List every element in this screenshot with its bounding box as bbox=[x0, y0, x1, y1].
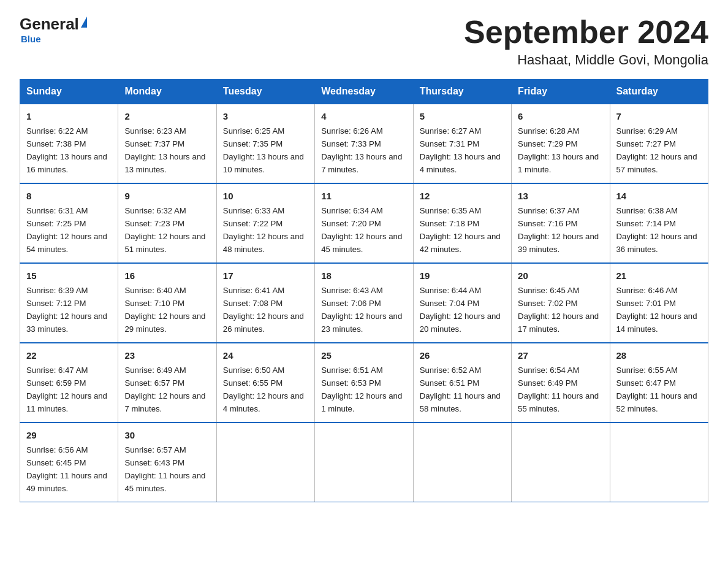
day-info: Sunrise: 6:55 AMSunset: 6:47 PMDaylight:… bbox=[616, 366, 697, 413]
day-info: Sunrise: 6:34 AMSunset: 7:20 PMDaylight:… bbox=[321, 206, 402, 254]
day-info: Sunrise: 6:28 AMSunset: 7:29 PMDaylight:… bbox=[518, 126, 599, 174]
day-cell-11: 11 Sunrise: 6:34 AMSunset: 7:20 PMDaylig… bbox=[315, 183, 413, 263]
empty-cell bbox=[216, 423, 314, 502]
day-cell-21: 21 Sunrise: 6:46 AMSunset: 7:01 PMDaylig… bbox=[610, 263, 708, 343]
day-cell-29: 29 Sunrise: 6:56 AMSunset: 6:45 PMDaylig… bbox=[20, 423, 118, 502]
day-cell-16: 16 Sunrise: 6:40 AMSunset: 7:10 PMDaylig… bbox=[118, 263, 216, 343]
day-cell-13: 13 Sunrise: 6:37 AMSunset: 7:16 PMDaylig… bbox=[512, 183, 610, 263]
day-cell-24: 24 Sunrise: 6:50 AMSunset: 6:55 PMDaylig… bbox=[216, 343, 314, 423]
day-cell-30: 30 Sunrise: 6:57 AMSunset: 6:43 PMDaylig… bbox=[118, 423, 216, 502]
day-number: 27 bbox=[518, 348, 603, 362]
logo-general: General bbox=[20, 15, 79, 34]
day-cell-20: 20 Sunrise: 6:45 AMSunset: 7:02 PMDaylig… bbox=[512, 263, 610, 343]
day-number: 10 bbox=[223, 189, 308, 203]
day-cell-7: 7 Sunrise: 6:29 AMSunset: 7:27 PMDayligh… bbox=[610, 104, 708, 183]
day-cell-23: 23 Sunrise: 6:49 AMSunset: 6:57 PMDaylig… bbox=[118, 343, 216, 423]
day-cell-27: 27 Sunrise: 6:54 AMSunset: 6:49 PMDaylig… bbox=[512, 343, 610, 423]
day-info: Sunrise: 6:23 AMSunset: 7:37 PMDaylight:… bbox=[124, 126, 205, 174]
week-row-5: 29 Sunrise: 6:56 AMSunset: 6:45 PMDaylig… bbox=[20, 423, 708, 502]
day-cell-2: 2 Sunrise: 6:23 AMSunset: 7:37 PMDayligh… bbox=[118, 104, 216, 183]
day-info: Sunrise: 6:47 AMSunset: 6:59 PMDaylight:… bbox=[26, 366, 107, 413]
day-info: Sunrise: 6:49 AMSunset: 6:57 PMDaylight:… bbox=[124, 366, 205, 413]
day-cell-25: 25 Sunrise: 6:51 AMSunset: 6:53 PMDaylig… bbox=[315, 343, 413, 423]
day-number: 19 bbox=[420, 269, 505, 283]
day-cell-28: 28 Sunrise: 6:55 AMSunset: 6:47 PMDaylig… bbox=[610, 343, 708, 423]
calendar-table: Sunday Monday Tuesday Wednesday Thursday… bbox=[20, 79, 708, 502]
day-cell-8: 8 Sunrise: 6:31 AMSunset: 7:25 PMDayligh… bbox=[20, 183, 118, 263]
day-cell-17: 17 Sunrise: 6:41 AMSunset: 7:08 PMDaylig… bbox=[216, 263, 314, 343]
day-number: 5 bbox=[420, 109, 505, 123]
day-number: 16 bbox=[124, 269, 210, 283]
day-number: 13 bbox=[518, 189, 603, 203]
day-info: Sunrise: 6:46 AMSunset: 7:01 PMDaylight:… bbox=[616, 286, 697, 334]
day-number: 15 bbox=[26, 269, 112, 283]
col-wednesday: Wednesday bbox=[315, 80, 413, 104]
day-info: Sunrise: 6:44 AMSunset: 7:04 PMDaylight:… bbox=[420, 286, 501, 334]
week-row-2: 8 Sunrise: 6:31 AMSunset: 7:25 PMDayligh… bbox=[20, 183, 708, 263]
col-friday: Friday bbox=[512, 80, 610, 104]
day-cell-12: 12 Sunrise: 6:35 AMSunset: 7:18 PMDaylig… bbox=[413, 183, 511, 263]
day-number: 8 bbox=[26, 189, 112, 203]
title-block: September 2024 Hashaat, Middle Govi, Mon… bbox=[464, 15, 708, 68]
day-number: 21 bbox=[616, 269, 702, 283]
page: General Blue September 2024 Hashaat, Mid… bbox=[0, 0, 728, 522]
day-info: Sunrise: 6:27 AMSunset: 7:31 PMDaylight:… bbox=[420, 126, 501, 174]
day-cell-5: 5 Sunrise: 6:27 AMSunset: 7:31 PMDayligh… bbox=[413, 104, 511, 183]
day-number: 14 bbox=[616, 189, 702, 203]
day-cell-18: 18 Sunrise: 6:43 AMSunset: 7:06 PMDaylig… bbox=[315, 263, 413, 343]
header: General Blue September 2024 Hashaat, Mid… bbox=[20, 15, 708, 68]
day-number: 29 bbox=[26, 428, 112, 442]
day-info: Sunrise: 6:35 AMSunset: 7:18 PMDaylight:… bbox=[420, 206, 501, 254]
day-cell-15: 15 Sunrise: 6:39 AMSunset: 7:12 PMDaylig… bbox=[20, 263, 118, 343]
day-cell-9: 9 Sunrise: 6:32 AMSunset: 7:23 PMDayligh… bbox=[118, 183, 216, 263]
day-info: Sunrise: 6:33 AMSunset: 7:22 PMDaylight:… bbox=[223, 206, 304, 254]
week-row-1: 1 Sunrise: 6:22 AMSunset: 7:38 PMDayligh… bbox=[20, 104, 708, 183]
day-info: Sunrise: 6:56 AMSunset: 6:45 PMDaylight:… bbox=[26, 445, 107, 493]
col-saturday: Saturday bbox=[610, 80, 708, 104]
day-cell-3: 3 Sunrise: 6:25 AMSunset: 7:35 PMDayligh… bbox=[216, 104, 314, 183]
day-number: 23 bbox=[124, 348, 210, 362]
day-info: Sunrise: 6:37 AMSunset: 7:16 PMDaylight:… bbox=[518, 206, 599, 254]
col-sunday: Sunday bbox=[20, 80, 118, 104]
day-number: 3 bbox=[223, 109, 308, 123]
day-info: Sunrise: 6:54 AMSunset: 6:49 PMDaylight:… bbox=[518, 366, 599, 413]
day-info: Sunrise: 6:43 AMSunset: 7:06 PMDaylight:… bbox=[321, 286, 402, 334]
day-number: 24 bbox=[223, 348, 308, 362]
day-number: 11 bbox=[321, 189, 406, 203]
day-number: 17 bbox=[223, 269, 308, 283]
empty-cell bbox=[610, 423, 708, 502]
day-cell-6: 6 Sunrise: 6:28 AMSunset: 7:29 PMDayligh… bbox=[512, 104, 610, 183]
day-cell-22: 22 Sunrise: 6:47 AMSunset: 6:59 PMDaylig… bbox=[20, 343, 118, 423]
day-number: 18 bbox=[321, 269, 406, 283]
week-row-3: 15 Sunrise: 6:39 AMSunset: 7:12 PMDaylig… bbox=[20, 263, 708, 343]
col-thursday: Thursday bbox=[413, 80, 511, 104]
day-info: Sunrise: 6:50 AMSunset: 6:55 PMDaylight:… bbox=[223, 366, 304, 413]
day-info: Sunrise: 6:41 AMSunset: 7:08 PMDaylight:… bbox=[223, 286, 304, 334]
day-info: Sunrise: 6:22 AMSunset: 7:38 PMDaylight:… bbox=[26, 126, 107, 174]
day-info: Sunrise: 6:39 AMSunset: 7:12 PMDaylight:… bbox=[26, 286, 107, 334]
day-number: 28 bbox=[616, 348, 702, 362]
col-monday: Monday bbox=[118, 80, 216, 104]
day-info: Sunrise: 6:29 AMSunset: 7:27 PMDaylight:… bbox=[616, 126, 697, 174]
empty-cell bbox=[315, 423, 413, 502]
day-number: 6 bbox=[518, 109, 603, 123]
day-info: Sunrise: 6:26 AMSunset: 7:33 PMDaylight:… bbox=[321, 126, 402, 174]
logo-text: General bbox=[20, 15, 87, 34]
day-info: Sunrise: 6:32 AMSunset: 7:23 PMDaylight:… bbox=[124, 206, 205, 254]
day-cell-4: 4 Sunrise: 6:26 AMSunset: 7:33 PMDayligh… bbox=[315, 104, 413, 183]
day-number: 2 bbox=[124, 109, 210, 123]
day-number: 12 bbox=[420, 189, 505, 203]
day-info: Sunrise: 6:51 AMSunset: 6:53 PMDaylight:… bbox=[321, 366, 402, 413]
day-cell-19: 19 Sunrise: 6:44 AMSunset: 7:04 PMDaylig… bbox=[413, 263, 511, 343]
day-number: 25 bbox=[321, 348, 406, 362]
calendar-title: September 2024 bbox=[464, 15, 708, 50]
day-number: 1 bbox=[26, 109, 112, 123]
day-cell-14: 14 Sunrise: 6:38 AMSunset: 7:14 PMDaylig… bbox=[610, 183, 708, 263]
logo: General Blue bbox=[20, 15, 87, 44]
day-info: Sunrise: 6:31 AMSunset: 7:25 PMDaylight:… bbox=[26, 206, 107, 254]
logo-blue-label: Blue bbox=[21, 34, 41, 44]
day-number: 22 bbox=[26, 348, 112, 362]
calendar-subtitle: Hashaat, Middle Govi, Mongolia bbox=[464, 52, 708, 68]
col-tuesday: Tuesday bbox=[216, 80, 314, 104]
day-info: Sunrise: 6:38 AMSunset: 7:14 PMDaylight:… bbox=[616, 206, 697, 254]
